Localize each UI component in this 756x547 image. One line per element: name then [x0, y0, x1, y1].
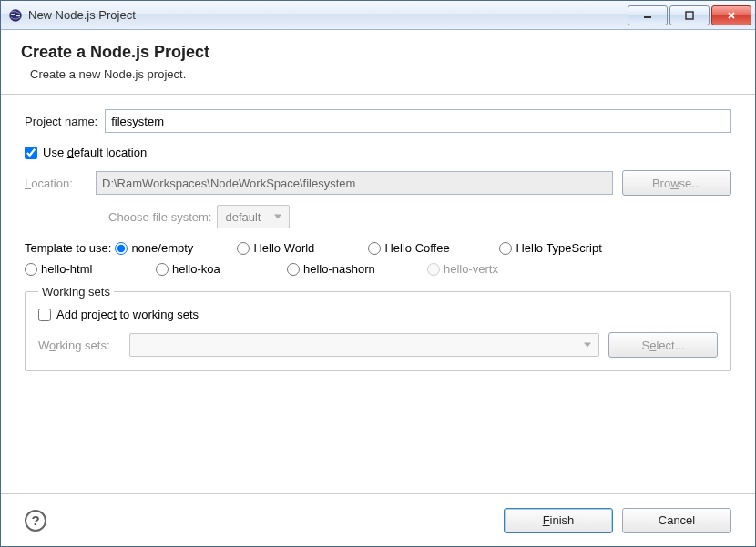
wizard-header: Create a Node.js Project Create a new No…: [1, 30, 755, 95]
svg-rect-4: [686, 12, 693, 19]
titlebar: New Node.js Project: [1, 1, 755, 30]
add-to-working-sets-label: Add project to working sets: [56, 308, 199, 321]
page-title: Create a Node.js Project: [21, 43, 735, 62]
svg-rect-1: [11, 14, 15, 15]
template-radio-none-empty[interactable]: [115, 242, 128, 255]
location-row: Location: Browse...: [25, 170, 731, 196]
filesystem-select: default: [217, 205, 290, 228]
template-option-hello-nashorn[interactable]: hello-nashorn: [287, 262, 424, 276]
template-option-hello-typescript[interactable]: Hello TypeScript: [499, 241, 645, 255]
working-sets-select-row: Working sets: Select...: [38, 332, 718, 358]
location-label: Location:: [25, 177, 88, 190]
window-title: New Node.js Project: [28, 8, 628, 22]
template-radio-hello-vertx: [427, 263, 440, 276]
maximize-button[interactable]: [669, 5, 710, 25]
wizard-footer: ? Finish Cancel: [1, 493, 755, 546]
svg-rect-2: [16, 15, 20, 16]
cancel-button[interactable]: Cancel: [622, 508, 731, 533]
browse-button: Browse...: [622, 170, 731, 196]
template-radio-hello-nashorn[interactable]: [287, 263, 300, 276]
add-to-working-sets-checkbox[interactable]: [38, 309, 51, 321]
working-sets-label: Working sets:: [38, 339, 129, 352]
working-sets-legend: Working sets: [38, 285, 114, 299]
select-working-sets-button: Select...: [608, 332, 718, 358]
working-sets-add-row: Add project to working sets: [38, 308, 718, 321]
template-option-hello-html[interactable]: hello-html: [25, 262, 152, 276]
template-block: Template to use: none/empty Hello World …: [25, 241, 731, 276]
template-option-hello-vertx: hello-vertx: [427, 262, 555, 276]
location-input: [96, 171, 613, 195]
finish-button[interactable]: Finish: [504, 508, 613, 533]
minimize-button[interactable]: [628, 5, 668, 25]
wizard-content: Project name: Use default location Locat…: [1, 95, 755, 493]
use-default-location-checkbox[interactable]: [25, 147, 37, 159]
project-name-row: Project name:: [25, 109, 731, 133]
template-label: Template to use:: [25, 241, 111, 255]
template-row-1: Template to use: none/empty Hello World …: [25, 241, 731, 255]
working-sets-combo: [129, 333, 599, 357]
page-subtitle: Create a new Node.js project.: [30, 67, 735, 81]
window-controls: [628, 5, 753, 25]
template-radio-hello-world[interactable]: [237, 242, 250, 255]
template-row-2: hello-html hello-koa hello-nashorn hello…: [25, 262, 731, 276]
template-radio-hello-coffee[interactable]: [368, 242, 381, 255]
use-default-location-row: Use default location: [25, 146, 731, 159]
template-option-none-empty[interactable]: none/empty: [115, 241, 233, 255]
template-option-hello-coffee[interactable]: Hello Coffee: [368, 241, 495, 255]
filesystem-row: Choose file system: default: [108, 205, 731, 228]
use-default-location-label: Use default location: [43, 146, 147, 159]
help-icon[interactable]: ?: [25, 510, 46, 532]
project-name-input[interactable]: [105, 109, 731, 133]
filesystem-label: Choose file system:: [108, 210, 211, 224]
project-name-label: Project name:: [25, 115, 97, 128]
working-sets-group: Working sets Add project to working sets…: [25, 285, 731, 371]
template-option-hello-koa[interactable]: hello-koa: [156, 262, 283, 276]
template-option-hello-world[interactable]: Hello World: [237, 241, 364, 255]
app-icon: [8, 8, 23, 23]
template-radio-hello-typescript[interactable]: [499, 242, 512, 255]
close-button[interactable]: [711, 5, 751, 25]
template-radio-hello-koa[interactable]: [156, 263, 169, 276]
template-radio-hello-html[interactable]: [25, 263, 37, 276]
